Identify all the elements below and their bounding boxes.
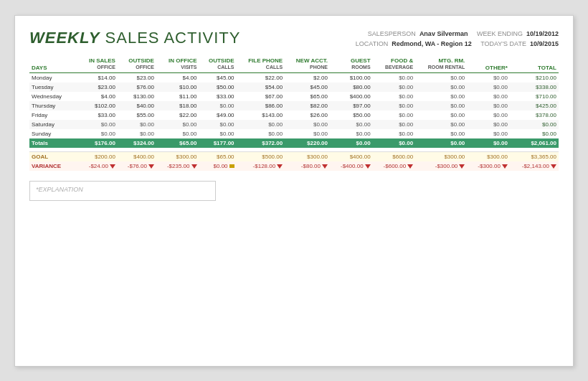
col-outside-calls: OUTSIDECALLS — [199, 56, 237, 72]
goal-room_rental: $300.00 — [415, 152, 467, 162]
meta-info: SALESPERSON Anav Silverman WEEK ENDING 1… — [356, 29, 559, 50]
cell-total: $0.00 — [510, 129, 559, 138]
goal-total: $3,365.00 — [510, 152, 559, 162]
cell-other: $0.00 — [467, 83, 510, 92]
cell-food_bev: $0.00 — [373, 92, 416, 101]
goal-new_acct: $300.00 — [285, 152, 330, 162]
col-in-office: IN OFFICEVISITS — [156, 56, 199, 72]
cell-room_rental: $0.00 — [415, 101, 467, 110]
cell-day: Saturday — [29, 120, 79, 129]
cell-total: $338.00 — [510, 83, 559, 92]
cell-file_phone: $54.00 — [237, 83, 285, 92]
title-rest: SALES ACTIVITY — [100, 29, 240, 47]
explanation-placeholder: *EXPLANATION — [36, 186, 83, 193]
variance-guest_rooms: -$400.00 — [330, 161, 373, 171]
activity-table: DAYS IN SALESOFFICE OUTSIDEOFFICE IN OFF… — [29, 56, 559, 171]
variance-label: VARIANCE — [29, 161, 79, 171]
cell-in_sales: $33.00 — [79, 110, 118, 120]
salesperson-value: Anav Silverman — [419, 30, 468, 37]
location-label: LOCATION — [356, 40, 388, 47]
cell-day: Friday — [29, 110, 79, 120]
totals-new_acct: $220.00 — [285, 138, 330, 148]
week-ending-value: 10/19/2012 — [526, 30, 559, 37]
col-total: TOTAL — [510, 56, 559, 72]
explanation-box[interactable]: *EXPLANATION — [29, 181, 216, 201]
cell-file_phone: $22.00 — [237, 72, 285, 83]
variance-other: -$300.00 — [467, 161, 510, 171]
goal-file_phone: $500.00 — [237, 152, 285, 162]
col-room-rental: MTG. RM.ROOM RENTAL — [415, 56, 467, 72]
totals-other: $0.00 — [467, 138, 510, 148]
cell-outside_calls: $0.00 — [199, 129, 237, 138]
totals-guest_rooms: $0.00 — [330, 138, 373, 148]
cell-in_sales: $0.00 — [79, 120, 118, 129]
cell-guest_rooms: $97.00 — [330, 101, 373, 110]
location-value: Redmond, WA - Region 12 — [392, 40, 472, 47]
cell-in_office: $10.00 — [156, 83, 199, 92]
variance-outside: -$76.00 — [118, 161, 156, 171]
cell-outside: $76.00 — [118, 83, 156, 92]
cell-room_rental: $0.00 — [415, 72, 467, 83]
cell-in_sales: $14.00 — [79, 72, 118, 83]
goal-food_bev: $600.00 — [373, 152, 416, 162]
col-guest-rooms: GUESTROOMS — [330, 56, 373, 72]
cell-day: Thursday — [29, 101, 79, 110]
cell-in_sales: $4.00 — [79, 92, 118, 101]
col-file-phone: FILE PHONECALLS — [237, 56, 285, 72]
cell-outside_calls: $33.00 — [199, 92, 237, 101]
cell-total: $210.00 — [510, 72, 559, 83]
cell-other: $0.00 — [467, 72, 510, 83]
goal-outside_calls: $65.00 — [199, 152, 237, 162]
report-title: WEEKLY SALES ACTIVITY — [29, 29, 240, 47]
cell-guest_rooms: $0.00 — [330, 129, 373, 138]
cell-file_phone: $0.00 — [237, 129, 285, 138]
cell-guest_rooms: $80.00 — [330, 83, 373, 92]
variance-file_phone: -$128.00 — [237, 161, 285, 171]
week-ending-label: WEEK ENDING — [477, 30, 523, 37]
cell-outside_calls: $45.00 — [199, 72, 237, 83]
cell-new_acct: $0.00 — [285, 120, 330, 129]
cell-in_sales: $23.00 — [79, 83, 118, 92]
cell-other: $0.00 — [467, 110, 510, 120]
cell-guest_rooms: $100.00 — [330, 72, 373, 83]
cell-outside: $130.00 — [118, 92, 156, 101]
cell-in_office: $18.00 — [156, 101, 199, 110]
cell-in_office: $0.00 — [156, 129, 199, 138]
cell-new_acct: $26.00 — [285, 110, 330, 120]
cell-other: $0.00 — [467, 120, 510, 129]
cell-food_bev: $0.00 — [373, 120, 416, 129]
cell-day: Wednesday — [29, 92, 79, 101]
cell-new_acct: $65.00 — [285, 92, 330, 101]
totals-row: Totals$176.00$324.00$65.00$177.00$372.00… — [29, 138, 559, 148]
variance-food_bev: -$600.00 — [373, 161, 416, 171]
totals-label: Totals — [29, 138, 79, 148]
totals-file_phone: $372.00 — [237, 138, 285, 148]
variance-new_acct: -$80.00 — [285, 161, 330, 171]
col-new-acct: NEW ACCT.PHONE — [285, 56, 330, 72]
goal-row: GOAL$200.00$400.00$300.00$65.00$500.00$3… — [29, 152, 559, 162]
cell-in_office: $22.00 — [156, 110, 199, 120]
cell-other: $0.00 — [467, 129, 510, 138]
cell-total: $378.00 — [510, 110, 559, 120]
totals-in_sales: $176.00 — [79, 138, 118, 148]
cell-outside_calls: $50.00 — [199, 83, 237, 92]
cell-room_rental: $0.00 — [415, 110, 467, 120]
col-outside-office: OUTSIDEOFFICE — [118, 56, 156, 72]
variance-outside_calls: $0.00 — [199, 161, 237, 171]
cell-outside_calls: $49.00 — [199, 110, 237, 120]
cell-outside_calls: $0.00 — [199, 101, 237, 110]
cell-file_phone: $86.00 — [237, 101, 285, 110]
variance-row: VARIANCE-$24.00-$76.00-$235.00$0.00-$128… — [29, 161, 559, 171]
cell-total: $425.00 — [510, 101, 559, 110]
goal-outside: $400.00 — [118, 152, 156, 162]
column-headers: DAYS IN SALESOFFICE OUTSIDEOFFICE IN OFF… — [29, 56, 559, 72]
goal-label: GOAL — [29, 152, 79, 162]
cell-guest_rooms: $0.00 — [330, 120, 373, 129]
todays-date-label: TODAY'S DATE — [480, 40, 526, 47]
cell-food_bev: $0.00 — [373, 83, 416, 92]
cell-food_bev: $0.00 — [373, 110, 416, 120]
cell-other: $0.00 — [467, 101, 510, 110]
cell-file_phone: $143.00 — [237, 110, 285, 120]
spreadsheet-container: WEEKLY SALES ACTIVITY SALESPERSON Anav S… — [14, 15, 574, 367]
cell-new_acct: $82.00 — [285, 101, 330, 110]
